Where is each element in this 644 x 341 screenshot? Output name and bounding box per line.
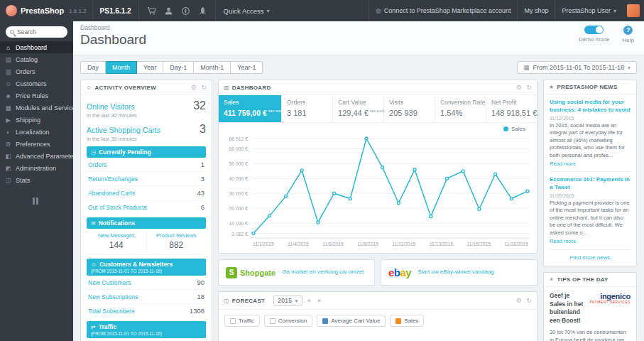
orders-icon: ▥ xyxy=(4,68,12,75)
forecast-prev-button[interactable]: « xyxy=(306,297,312,304)
toggle-conversion[interactable]: Conversion xyxy=(264,315,312,327)
row-value: 6 xyxy=(201,203,204,211)
kpi-label: Cart Value xyxy=(338,99,378,106)
sidebar-collapse-button[interactable] xyxy=(33,197,41,205)
demo-mode-control: Demo mode xyxy=(579,26,610,43)
out-of-stock-row[interactable]: Out of Stock Products6 xyxy=(87,200,206,214)
google-analytics-link[interactable]: ∞ Link to your Google Analytics account xyxy=(87,338,206,341)
range-day-1-button[interactable]: Day-1 xyxy=(163,61,194,74)
sidebar-item-orders[interactable]: ▥Orders xyxy=(0,65,73,77)
checkbox-icon xyxy=(322,318,328,324)
cart-icon[interactable] xyxy=(147,6,156,16)
range-day-button[interactable]: Day xyxy=(80,61,106,74)
refresh-icon[interactable]: ↻ xyxy=(201,84,207,91)
gear-icon[interactable]: ⚙ xyxy=(516,84,522,91)
new-subscriptions-row[interactable]: New Subscriptions18 xyxy=(87,290,206,304)
sidebar-item-catalog[interactable]: ▤Catalog xyxy=(0,53,73,65)
sidebar-item-preferences[interactable]: ⚙Preferences xyxy=(0,138,73,150)
sidebar-item-stats[interactable]: ◫Stats xyxy=(0,174,73,186)
demo-mode-toggle[interactable] xyxy=(584,26,604,34)
avatar[interactable] xyxy=(627,4,640,17)
online-visitors-link[interactable]: Online Visitors xyxy=(87,102,193,111)
sidebar-item-customers[interactable]: ☺Customers xyxy=(0,77,73,90)
active-carts-link[interactable]: Active Shopping Carts xyxy=(87,126,200,134)
article-divider xyxy=(550,171,631,172)
find-more-news-link[interactable]: Find more news xyxy=(550,249,631,261)
kpi-sales[interactable]: Sales 411 759,00 €tax excl. xyxy=(219,95,282,122)
my-shop-link[interactable]: My shop xyxy=(517,0,555,21)
search-input[interactable] xyxy=(17,28,63,36)
news-icon: ★ xyxy=(549,84,554,90)
toggle-average-cart-value[interactable]: Average Cart Value xyxy=(317,315,386,327)
x-tick-label: 11/8/2015 xyxy=(357,242,378,247)
product-reviews-cell[interactable]: Product Reviews 882 xyxy=(146,232,207,250)
forecast-next-button[interactable]: » xyxy=(316,297,322,304)
quick-access-menu[interactable]: Quick Access ▾ xyxy=(215,0,278,21)
chart-legend[interactable]: Sales xyxy=(503,126,525,132)
kpi-orders[interactable]: Orders 3 181 xyxy=(282,95,333,122)
kpi-note: tax excl. xyxy=(370,109,386,113)
ingenico-logo[interactable]: ingenico PAYMENT SERVICES xyxy=(590,292,631,304)
read-more-link[interactable]: Read more xyxy=(550,161,576,167)
prestashop-logo[interactable]: PrestaShop 1.6.1.2 xyxy=(0,0,92,21)
total-subscribers-row[interactable]: Total Subscribers1308 xyxy=(87,304,206,318)
ebay-link[interactable]: Start uw eBay-winkel vandaag xyxy=(417,269,494,276)
y-tick-label: 20 000 € xyxy=(229,206,248,211)
new-messages-cell[interactable]: New Messages 144 xyxy=(87,232,146,250)
ingenico-subtitle: PAYMENT SERVICES xyxy=(590,301,631,304)
new-customers-row[interactable]: New Customers90 xyxy=(87,276,206,290)
sidebar-item-dashboard[interactable]: ⌂Dashboard xyxy=(0,41,73,53)
date-toolbar: Day Month Year Day-1 Month-1 Year-1 ▦ Fr… xyxy=(73,55,644,79)
add-icon[interactable] xyxy=(181,6,190,16)
kpi-value: 205 939 xyxy=(389,109,417,117)
forecast-controls: 2015▾ « » xyxy=(273,296,322,305)
marketplace-link-label: Connect to PrestaShop Marketplace accoun… xyxy=(384,7,511,14)
range-month-1-button[interactable]: Month-1 xyxy=(194,61,231,74)
shop-name[interactable]: PS1.6.1.2 xyxy=(92,0,138,21)
rocket-icon[interactable] xyxy=(198,6,207,16)
news-article-title[interactable]: Using social media for your business: 4 … xyxy=(550,99,631,114)
range-year-1-button[interactable]: Year-1 xyxy=(231,61,263,74)
sidebar-item-price-rules[interactable]: ◈Price Rules xyxy=(0,90,73,102)
sidebar-item-modules[interactable]: ▩Modules and Services xyxy=(0,102,73,114)
forecast-series-toggles: Traffic Conversion Average Cart Value Sa… xyxy=(224,315,531,327)
toggle-sales[interactable]: Sales xyxy=(390,315,424,327)
toggle-traffic[interactable]: Traffic xyxy=(224,315,260,327)
abandoned-carts-row[interactable]: Abandoned Carts43 xyxy=(87,186,206,200)
user-menu[interactable]: PrestaShop User ▾ xyxy=(555,0,623,21)
range-month-button[interactable]: Month xyxy=(106,61,137,74)
pending-returns-row[interactable]: Return/Exchanges3 xyxy=(87,172,206,186)
help-button[interactable]: ? xyxy=(623,26,633,35)
sidebar-item-localization[interactable]: ◐Localization xyxy=(0,126,73,138)
sidebar-item-shipping[interactable]: ▶Shipping xyxy=(0,114,73,126)
kpi-net-profit[interactable]: Net Profit 148 918,51 € xyxy=(486,95,537,122)
pending-orders-row[interactable]: Orders1 xyxy=(87,158,206,172)
range-year-button[interactable]: Year xyxy=(137,61,163,74)
date-range-picker[interactable]: ▦ From 2015-11-01 To 2015-11-18 ▾ xyxy=(517,61,637,74)
sidebar-search[interactable] xyxy=(6,26,67,38)
news-article-title[interactable]: Ecommerce 101: Payments in a Tweet xyxy=(550,176,631,192)
sidebar-item-label: Orders xyxy=(16,68,36,75)
kpi-visits[interactable]: Visits 205 939 xyxy=(384,95,435,122)
kpi-cart-value[interactable]: Cart Value 129,44 €tax excl. xyxy=(333,95,384,122)
forecast-year-select[interactable]: 2015▾ xyxy=(273,296,302,305)
refresh-icon[interactable]: ↻ xyxy=(526,297,532,304)
gear-icon[interactable]: ⚙ xyxy=(516,297,522,304)
tips-panel-title: TIPS OF THE DAY xyxy=(557,276,608,283)
shopgate-link[interactable]: Ga mobiel en verhoog uw omzet xyxy=(282,269,364,276)
news-article-excerpt: In 2015, social media are an integral pa… xyxy=(550,122,631,160)
sidebar-item-administration[interactable]: ◩Administration xyxy=(0,162,73,174)
breadcrumb[interactable]: Dashboard xyxy=(80,24,637,31)
kpi-conversion-rate[interactable]: Conversion Rate 1.54% xyxy=(435,95,486,122)
marketplace-link[interactable]: ◍ Connect to PrestaShop Marketplace acco… xyxy=(369,0,517,21)
sidebar-item-label: Advanced Parameters xyxy=(16,153,73,160)
customer-icon[interactable] xyxy=(164,6,173,16)
currently-pending-header: ◷Currently Pending xyxy=(87,146,206,158)
gear-icon[interactable]: ⚙ xyxy=(191,84,197,91)
y-tick-label: 10 000 € xyxy=(229,221,248,226)
sidebar-item-advanced-parameters[interactable]: ◧Advanced Parameters xyxy=(0,150,73,162)
news-article-date: 11/12/2015 xyxy=(550,116,631,121)
refresh-icon[interactable]: ↻ xyxy=(526,84,532,91)
read-more-link[interactable]: Read more xyxy=(550,238,576,244)
kpi-value: 148 918,51 € xyxy=(491,109,537,117)
